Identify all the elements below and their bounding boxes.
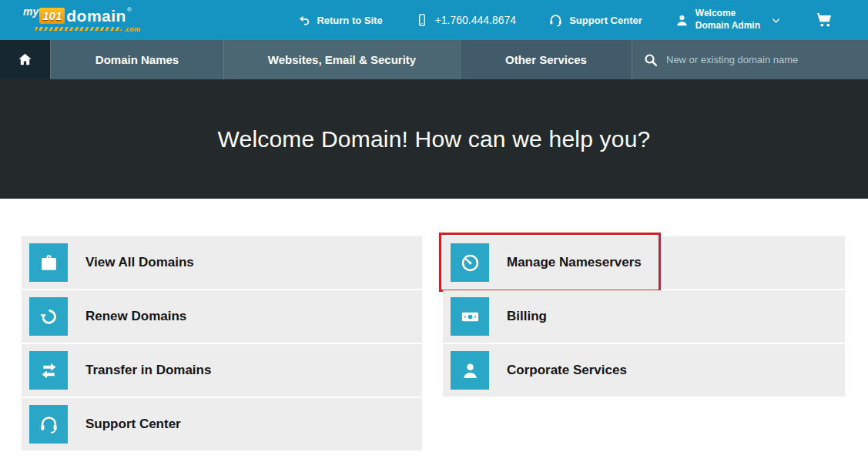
person-icon <box>451 351 489 390</box>
cart-button[interactable] <box>814 11 834 29</box>
logo[interactable]: my 101 domain ® .com <box>0 0 140 40</box>
support-center-link[interactable]: Support Center <box>548 13 642 28</box>
logo-underline: .com <box>35 25 140 33</box>
headset-icon <box>29 405 68 444</box>
tile-support-center[interactable]: Support Center <box>22 398 422 450</box>
logo-number: 101 <box>39 8 65 24</box>
tile-view-all-domains[interactable]: View All Domains <box>22 236 422 289</box>
user-icon <box>675 13 689 28</box>
tile-label: Renew Domains <box>85 309 186 324</box>
home-tab[interactable] <box>0 40 50 79</box>
tile-label: Transfer in Domains <box>85 363 211 378</box>
domain-search-input[interactable] <box>666 54 857 65</box>
tile-label: Billing <box>507 309 547 324</box>
dashboard-shortcuts: View All Domains Renew Domains Transfer … <box>0 199 868 462</box>
tile-label: Support Center <box>85 417 181 432</box>
tab-label: Other Services <box>505 53 587 66</box>
return-icon <box>297 14 310 27</box>
phone-number: +1.760.444.8674 <box>435 14 517 26</box>
main-nav: Domain Names Websites, Email & Security … <box>0 40 868 79</box>
search-icon[interactable] <box>643 52 659 68</box>
tab-domain-names[interactable]: Domain Names <box>50 40 223 79</box>
briefcase-icon <box>29 243 68 282</box>
phone-link[interactable]: +1.760.444.8674 <box>415 13 517 27</box>
logo-wordmark: my 101 domain ® <box>23 8 140 24</box>
shortcut-column-left: View All Domains Renew Domains Transfer … <box>22 236 422 452</box>
return-to-site-link[interactable]: Return to Site <box>297 14 382 27</box>
topbar: my 101 domain ® .com Return to Site +1.7… <box>0 0 868 40</box>
tab-label: Websites, Email & Security <box>268 53 416 66</box>
domain-search <box>632 40 868 79</box>
topbar-actions: Return to Site +1.760.444.8674 Support C… <box>297 8 868 32</box>
tab-label: Domain Names <box>96 53 179 66</box>
logo-tld: .com <box>124 25 140 33</box>
hero-banner: Welcome Domain! How can we help you? <box>0 79 868 199</box>
chevron-down-icon <box>770 15 782 26</box>
account-username: Domain Admin <box>695 20 760 32</box>
logo-stripes <box>35 27 122 31</box>
tab-other-services[interactable]: Other Services <box>460 40 632 79</box>
gauge-icon <box>451 243 489 282</box>
mobile-phone-icon <box>415 13 429 27</box>
renew-icon <box>29 297 68 336</box>
tile-label: View All Domains <box>85 255 194 270</box>
tile-renew-domains[interactable]: Renew Domains <box>22 290 422 343</box>
tile-label: Corporate Services <box>507 363 627 378</box>
transfer-arrows-icon <box>29 351 68 390</box>
support-center-label: Support Center <box>569 15 642 26</box>
headset-icon <box>548 13 563 28</box>
tile-transfer-in-domains[interactable]: Transfer in Domains <box>22 344 422 397</box>
tile-label: Manage Nameservers <box>507 255 642 270</box>
registered-mark: ® <box>127 7 132 13</box>
tile-billing[interactable]: Billing <box>443 290 845 343</box>
tile-manage-nameservers[interactable]: Manage Nameservers <box>443 236 845 289</box>
return-to-site-label: Return to Site <box>317 15 382 26</box>
home-icon <box>17 52 33 68</box>
shortcut-column-right: Manage Nameservers Billing Corporate Ser… <box>443 236 845 398</box>
banknote-icon <box>451 297 489 336</box>
account-text: Welcome Domain Admin <box>695 8 760 32</box>
logo-name: domain <box>66 8 126 24</box>
cart-icon <box>814 11 834 29</box>
logo-prefix: my <box>23 6 39 17</box>
account-greeting: Welcome <box>695 8 760 20</box>
tab-websites-email-security[interactable]: Websites, Email & Security <box>223 40 460 79</box>
tile-corporate-services[interactable]: Corporate Services <box>443 344 845 397</box>
account-menu[interactable]: Welcome Domain Admin <box>675 8 782 32</box>
page-title: Welcome Domain! How can we help you? <box>218 126 651 152</box>
